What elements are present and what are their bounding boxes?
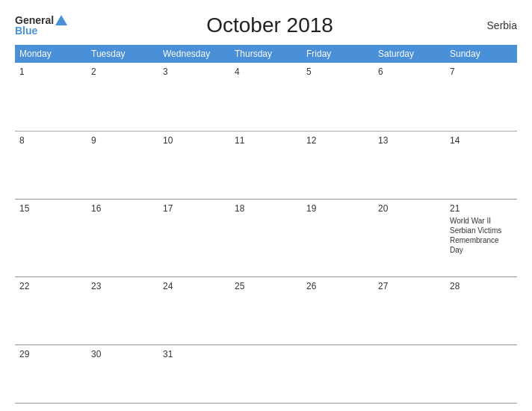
day-number: 23 (91, 281, 154, 291)
event-label: World War II Serbian Victims Remembrance… (450, 216, 513, 255)
calendar-row: 1234567 (15, 63, 517, 131)
col-friday: Friday (302, 45, 374, 63)
calendar-cell: 9 (87, 131, 158, 199)
calendar-cell: 2 (87, 63, 158, 131)
col-wednesday: Wednesday (158, 45, 230, 63)
calendar-cell: 25 (230, 276, 302, 344)
calendar-cell: 22 (15, 276, 87, 344)
col-tuesday: Tuesday (87, 45, 158, 63)
day-number: 1 (19, 67, 82, 77)
calendar-row: 15161718192021World War II Serbian Victi… (15, 199, 517, 276)
day-number: 18 (235, 203, 297, 214)
day-number: 6 (378, 67, 441, 77)
day-number: 19 (306, 203, 369, 214)
calendar-row: 22232425262728 (15, 276, 517, 344)
day-number: 29 (19, 349, 82, 359)
header: General Blue October 2018 Serbia (15, 13, 517, 37)
day-number: 16 (91, 203, 154, 214)
calendar-cell: 23 (87, 276, 158, 344)
calendar-cell: 16 (87, 199, 158, 276)
calendar-cell: 10 (158, 131, 230, 199)
calendar-cell: 5 (302, 63, 374, 131)
calendar-row: 891011121314 (15, 131, 517, 199)
day-number: 3 (163, 67, 226, 77)
day-number: 31 (163, 349, 226, 359)
calendar-cell: 18 (230, 199, 302, 276)
day-number: 10 (163, 135, 226, 146)
country-label: Serbia (472, 19, 517, 31)
calendar-cell (230, 344, 302, 403)
col-saturday: Saturday (374, 45, 445, 63)
weekday-header-row: Monday Tuesday Wednesday Thursday Friday… (15, 45, 517, 63)
calendar-cell: 17 (158, 199, 230, 276)
calendar-cell: 11 (230, 131, 302, 199)
calendar-cell (302, 344, 374, 403)
day-number: 30 (91, 349, 154, 359)
calendar-cell: 15 (15, 199, 87, 276)
day-number: 8 (19, 135, 82, 146)
calendar-cell: 31 (158, 344, 230, 403)
calendar-cell: 4 (230, 63, 302, 131)
day-number: 17 (163, 203, 226, 214)
calendar-cell: 30 (87, 344, 158, 403)
col-thursday: Thursday (230, 45, 302, 63)
calendar-cell (374, 344, 445, 403)
calendar-row: 293031 (15, 344, 517, 403)
day-number: 11 (235, 135, 297, 146)
logo-general-text: General (15, 15, 54, 25)
col-sunday: Sunday (445, 45, 517, 63)
day-number: 21 (450, 203, 513, 214)
calendar-table: Monday Tuesday Wednesday Thursday Friday… (15, 45, 517, 404)
calendar-cell: 21World War II Serbian Victims Remembran… (445, 199, 517, 276)
day-number: 7 (450, 67, 513, 77)
day-number: 9 (91, 135, 154, 146)
day-number: 5 (306, 67, 369, 77)
logo: General Blue (15, 15, 67, 36)
calendar-cell: 7 (445, 63, 517, 131)
calendar-cell: 28 (445, 276, 517, 344)
calendar-cell: 29 (15, 344, 87, 403)
calendar-cell: 12 (302, 131, 374, 199)
calendar-cell: 13 (374, 131, 445, 199)
day-number: 22 (19, 281, 82, 291)
calendar-cell: 20 (374, 199, 445, 276)
calendar-container: General Blue October 2018 Serbia Monday … (0, 0, 532, 411)
day-number: 14 (450, 135, 513, 146)
calendar-cell: 3 (158, 63, 230, 131)
day-number: 2 (91, 67, 154, 77)
day-number: 13 (378, 135, 441, 146)
day-number: 25 (235, 281, 297, 291)
day-number: 26 (306, 281, 369, 291)
calendar-cell: 1 (15, 63, 87, 131)
day-number: 27 (378, 281, 441, 291)
day-number: 28 (450, 281, 513, 291)
calendar-cell: 14 (445, 131, 517, 199)
calendar-cell: 26 (302, 276, 374, 344)
calendar-cell: 19 (302, 199, 374, 276)
logo-triangle-icon (55, 15, 67, 25)
calendar-cell (445, 344, 517, 403)
calendar-cell: 24 (158, 276, 230, 344)
day-number: 12 (306, 135, 369, 146)
calendar-cell: 27 (374, 276, 445, 344)
day-number: 20 (378, 203, 441, 214)
month-title: October 2018 (67, 13, 472, 37)
col-monday: Monday (15, 45, 87, 63)
day-number: 15 (19, 203, 82, 214)
logo-blue-text: Blue (15, 25, 67, 36)
day-number: 24 (163, 281, 226, 291)
day-number: 4 (235, 67, 297, 77)
calendar-cell: 8 (15, 131, 87, 199)
calendar-cell: 6 (374, 63, 445, 131)
